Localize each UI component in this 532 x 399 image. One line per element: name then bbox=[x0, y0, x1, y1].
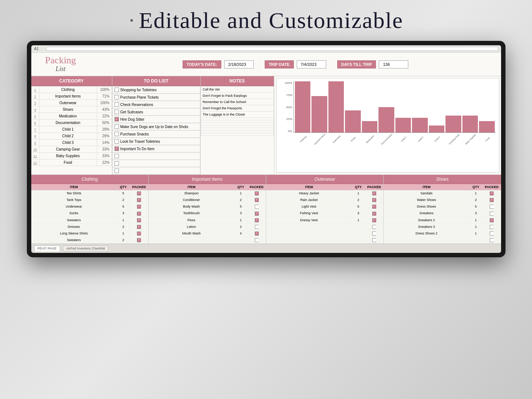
packed-checkbox[interactable] bbox=[137, 191, 141, 195]
formula-input[interactable] bbox=[46, 47, 498, 51]
packed-check[interactable] bbox=[483, 224, 501, 230]
todays-date-value[interactable]: 2/18/2023 bbox=[224, 60, 254, 68]
days-till-value[interactable]: 136 bbox=[379, 60, 408, 68]
packed-check[interactable] bbox=[365, 237, 383, 243]
packed-check[interactable] bbox=[247, 204, 266, 210]
category-name[interactable]: Shoes bbox=[39, 106, 97, 113]
todo-checkbox[interactable] bbox=[114, 132, 119, 136]
note-text[interactable]: Call the Vet bbox=[201, 86, 274, 93]
packed-checkbox[interactable] bbox=[372, 232, 376, 236]
packed-checkbox[interactable] bbox=[372, 238, 376, 242]
todo-item[interactable]: Shopping for Toiletries bbox=[112, 86, 200, 93]
note-text[interactable] bbox=[201, 131, 274, 133]
note-text[interactable]: The Luggage is in the Closet bbox=[201, 112, 274, 118]
packed-checkbox[interactable] bbox=[372, 205, 376, 209]
note-text[interactable] bbox=[201, 123, 274, 126]
category-name[interactable]: Important Items bbox=[39, 93, 97, 100]
trip-date-value[interactable]: 7/4/2023 bbox=[297, 60, 326, 68]
packed-check[interactable] bbox=[247, 210, 266, 216]
category-name[interactable]: Documentation bbox=[39, 120, 97, 126]
packed-checkbox[interactable] bbox=[372, 225, 376, 229]
todo-item[interactable]: Purchase Snacks bbox=[112, 130, 200, 138]
category-name[interactable]: Baby Supplies bbox=[39, 153, 97, 159]
packed-checkbox[interactable] bbox=[255, 238, 259, 242]
todo-item[interactable] bbox=[112, 152, 200, 160]
packed-check[interactable] bbox=[483, 230, 501, 237]
todo-checkbox[interactable] bbox=[114, 139, 119, 144]
category-name[interactable]: Food bbox=[39, 159, 97, 166]
packed-check[interactable] bbox=[130, 224, 148, 230]
packed-check[interactable] bbox=[483, 237, 501, 243]
category-name[interactable]: Outerwear bbox=[39, 100, 97, 106]
todo-item[interactable]: Make Sure Dogs are Up to Date on Shots bbox=[112, 123, 200, 130]
packed-checkbox[interactable] bbox=[255, 218, 259, 222]
tab-inventory[interactable]: AirPod Inventory Checklist bbox=[63, 246, 109, 251]
packed-checkbox[interactable] bbox=[137, 232, 141, 236]
note-text[interactable] bbox=[201, 133, 274, 136]
todo-checkbox[interactable] bbox=[114, 95, 119, 99]
packed-check[interactable] bbox=[130, 197, 148, 203]
note-text[interactable] bbox=[201, 128, 274, 131]
todo-checkbox[interactable] bbox=[114, 110, 119, 114]
packed-checkbox[interactable] bbox=[372, 212, 376, 216]
packed-checkbox[interactable] bbox=[490, 191, 494, 195]
todo-item[interactable]: Important To Do Item bbox=[112, 145, 200, 152]
todo-item[interactable] bbox=[112, 160, 200, 167]
packed-check[interactable] bbox=[365, 197, 383, 203]
todo-checkbox[interactable] bbox=[114, 102, 119, 107]
todo-checkbox[interactable] bbox=[114, 88, 119, 92]
packed-check[interactable] bbox=[130, 230, 148, 237]
packed-check[interactable] bbox=[483, 217, 501, 223]
packed-checkbox[interactable] bbox=[490, 198, 494, 202]
packed-checkbox[interactable] bbox=[490, 205, 494, 209]
packed-check[interactable] bbox=[365, 224, 383, 230]
packed-checkbox[interactable] bbox=[490, 238, 494, 242]
packed-checkbox[interactable] bbox=[137, 198, 141, 202]
todo-item[interactable]: Hire Dog Sitter bbox=[112, 116, 200, 123]
packed-check[interactable] bbox=[483, 204, 501, 210]
packed-check[interactable] bbox=[483, 190, 501, 197]
packed-checkbox[interactable] bbox=[255, 225, 259, 229]
todo-item[interactable]: Check Reservations bbox=[112, 101, 200, 108]
packed-check[interactable] bbox=[483, 197, 501, 203]
packed-checkbox[interactable] bbox=[137, 238, 141, 242]
packed-check[interactable] bbox=[247, 237, 266, 243]
packed-check[interactable] bbox=[365, 217, 383, 223]
packed-check[interactable] bbox=[365, 230, 383, 237]
packed-check[interactable] bbox=[483, 210, 501, 216]
todo-item[interactable]: Get Suitcases bbox=[112, 108, 200, 116]
todo-checkbox[interactable] bbox=[114, 124, 119, 129]
packed-checkbox[interactable] bbox=[255, 232, 259, 236]
note-text[interactable] bbox=[201, 120, 274, 123]
todo-item[interactable]: Look for Travel Toiletries bbox=[112, 138, 200, 145]
todo-checkbox[interactable] bbox=[114, 117, 119, 121]
packed-check[interactable] bbox=[247, 230, 266, 237]
packed-check[interactable] bbox=[365, 210, 383, 216]
packed-check[interactable] bbox=[130, 204, 148, 210]
note-text[interactable] bbox=[201, 126, 274, 128]
todo-checkbox[interactable] bbox=[114, 146, 119, 151]
packed-checkbox[interactable] bbox=[137, 205, 141, 209]
todo-checkbox[interactable] bbox=[114, 161, 119, 166]
packed-check[interactable] bbox=[247, 190, 266, 197]
note-text[interactable]: Remember to Call the School bbox=[201, 99, 274, 105]
packed-check[interactable] bbox=[130, 190, 148, 197]
category-name[interactable]: Child 2 bbox=[39, 133, 97, 140]
packed-check[interactable] bbox=[365, 190, 383, 197]
packed-checkbox[interactable] bbox=[490, 232, 494, 236]
packed-checkbox[interactable] bbox=[255, 191, 259, 195]
packed-check[interactable] bbox=[247, 224, 266, 230]
category-name[interactable]: Camping Gear bbox=[39, 146, 97, 153]
packed-checkbox[interactable] bbox=[490, 218, 494, 222]
packed-checkbox[interactable] bbox=[372, 218, 376, 222]
category-name[interactable]: Child 3 bbox=[39, 140, 97, 146]
todo-item[interactable] bbox=[112, 167, 200, 174]
tab-packing[interactable]: PEAT/ PAGE bbox=[34, 246, 60, 251]
packed-checkbox[interactable] bbox=[137, 212, 141, 216]
todo-checkbox[interactable] bbox=[114, 154, 119, 158]
category-name[interactable]: Clothing bbox=[39, 86, 97, 93]
packed-checkbox[interactable] bbox=[372, 191, 376, 195]
category-name[interactable]: Medication bbox=[39, 113, 97, 120]
packed-check[interactable] bbox=[130, 210, 148, 216]
packed-checkbox[interactable] bbox=[255, 212, 259, 216]
